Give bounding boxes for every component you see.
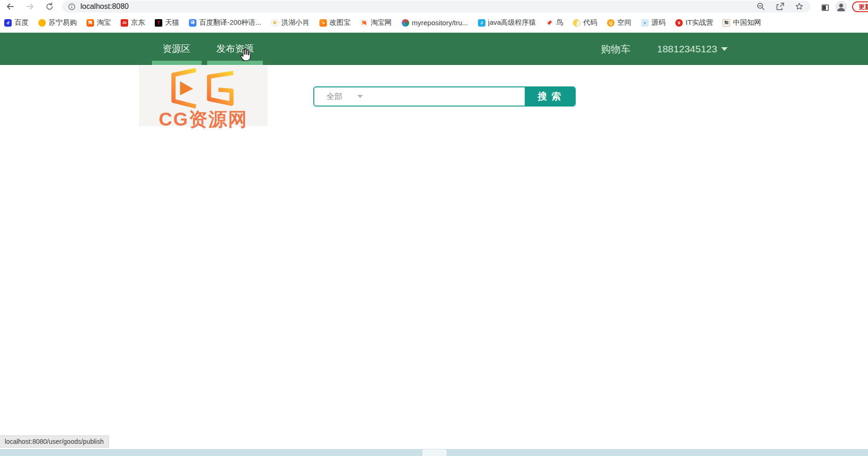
it-camp-icon (675, 19, 683, 27)
taobao-web-icon (361, 19, 368, 27)
user-menu[interactable]: 18812345123 (657, 33, 728, 65)
share-icon[interactable] (775, 2, 785, 11)
site-navbar: 资源区 发布资源 购物车 18812345123 (0, 33, 868, 65)
chevron-down-icon (357, 95, 363, 98)
repository-icon (402, 19, 409, 27)
bookmarks-bar: 百度 苏宁易购 淘宝 京东 天猫 百度翻译-200种语... 洪湖小肖 改图宝 … (0, 13, 868, 33)
search-input[interactable] (375, 87, 525, 106)
nav-tab-publish[interactable]: 发布资源 (207, 33, 263, 65)
hand-cursor (237, 46, 252, 63)
cart-link[interactable]: 购物车 (601, 33, 630, 65)
cg-logo-icon (166, 67, 241, 108)
bookmark-item[interactable]: 中国知网 (723, 18, 761, 27)
code-icon (573, 19, 580, 27)
bookmark-item[interactable]: java高级程序猿 (478, 18, 536, 27)
reload-icon[interactable] (44, 1, 55, 12)
active-tab-indicator (207, 61, 263, 65)
category-selected-value: 全部 (326, 91, 342, 102)
chrome-update-button[interactable]: 更新 (852, 1, 868, 12)
url-text: localhost:8080 (80, 2, 129, 11)
bookmark-item[interactable]: 洪湖小肖 (271, 18, 310, 27)
taobao-icon (87, 19, 94, 27)
qzone-icon (607, 19, 615, 27)
bookmark-item[interactable]: 苏宁易购 (38, 18, 77, 27)
bookmark-item[interactable]: 代码 (573, 18, 597, 27)
address-bar[interactable]: localhost:8080 (62, 0, 810, 13)
nav-tab-resources[interactable]: 资源区 (152, 33, 202, 65)
gaitubao-icon (319, 19, 327, 27)
bookmark-item[interactable]: IT实战营 (675, 18, 713, 27)
category-select[interactable]: 全部 (314, 87, 375, 106)
bookmark-item[interactable]: 改图宝 (319, 18, 351, 27)
java-programmer-icon (478, 19, 485, 27)
bird-icon (546, 19, 553, 27)
honghu-xiaoxiao-icon (271, 19, 279, 27)
suning-icon (38, 19, 46, 27)
bookmark-item[interactable]: 天猫 (155, 18, 179, 27)
logo-text: CG资源网 (139, 107, 268, 132)
forward-icon[interactable] (24, 1, 36, 12)
bookmark-item[interactable]: 京东 (121, 18, 145, 27)
cnki-icon (723, 19, 730, 27)
baidu-translate-icon (189, 19, 196, 27)
bookmark-item[interactable]: 百度 (4, 18, 29, 27)
browser-toolbar: localhost:8080 更新 (0, 0, 868, 13)
zoom-out-icon[interactable] (756, 2, 766, 11)
bookmark-item[interactable]: myrepository/tru... (402, 19, 468, 27)
bookmark-star-icon[interactable] (795, 2, 804, 11)
status-tooltip: localhost:8080/user/goods/publish (0, 435, 109, 448)
tmall-icon (155, 19, 162, 27)
baidu-icon (4, 19, 12, 27)
bookmark-item[interactable]: 淘宝 (87, 18, 111, 27)
bookmark-item[interactable]: 百度翻译-200种语... (189, 18, 261, 27)
back-icon[interactable] (5, 1, 16, 12)
taskbar-item[interactable] (422, 449, 447, 456)
jd-icon (121, 19, 128, 27)
source-code-icon (641, 19, 649, 27)
bookmark-item[interactable]: 源码 (641, 18, 665, 27)
side-panel-icon[interactable] (819, 2, 831, 13)
page-info-icon[interactable] (68, 3, 76, 11)
active-tab-indicator (152, 61, 202, 65)
bookmark-item[interactable]: 空间 (607, 18, 631, 27)
search-button[interactable]: 搜 索 (525, 87, 575, 106)
bookmark-item[interactable]: 鸟 (546, 18, 563, 27)
user-phone: 18812345123 (657, 33, 717, 65)
taskbar (0, 449, 868, 456)
bookmark-item[interactable]: 淘宝网 (361, 18, 392, 27)
search-bar: 全部 搜 索 (313, 86, 576, 107)
site-logo[interactable]: CG资源网 (139, 65, 268, 126)
profile-avatar[interactable] (835, 1, 847, 13)
chevron-down-icon (721, 47, 728, 51)
screen: localhost:8080 更新 百度 苏宁易购 淘宝 (0, 0, 868, 456)
